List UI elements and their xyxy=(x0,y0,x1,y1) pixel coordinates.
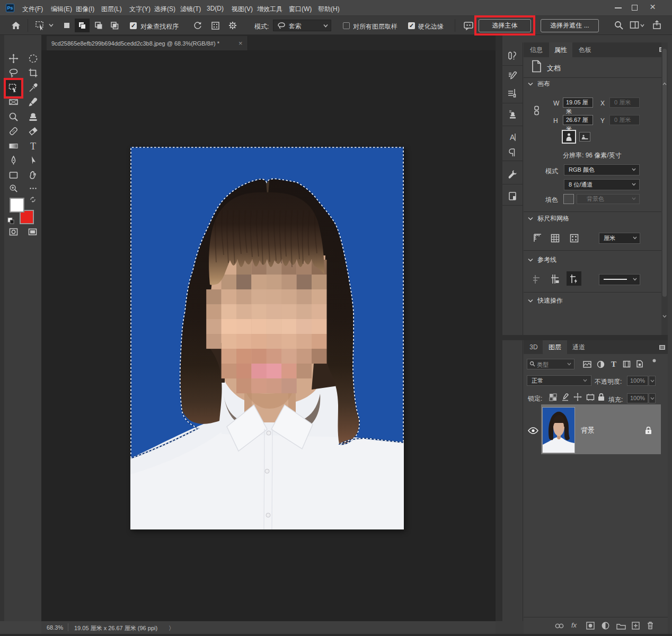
svg-text:A: A xyxy=(510,133,515,142)
svg-text:T: T xyxy=(30,141,36,151)
svg-text:T: T xyxy=(611,360,616,368)
